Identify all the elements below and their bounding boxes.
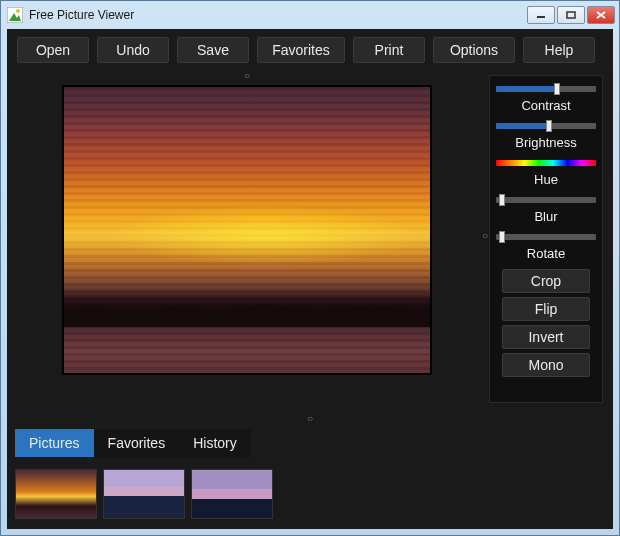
rotate-label: Rotate [496,244,596,265]
mono-button[interactable]: Mono [502,353,590,377]
client-area: Open Undo Save Favorites Print Options H… [7,29,613,529]
thumbnail[interactable] [15,469,97,519]
blur-slider[interactable] [496,193,596,205]
bottom-bar: ○ Pictures Favorites History [7,411,613,529]
tab-favorites[interactable]: Favorites [94,429,180,457]
thumbnail[interactable] [191,469,273,519]
svg-rect-4 [567,12,575,18]
crop-button[interactable]: Crop [502,269,590,293]
flip-button[interactable]: Flip [502,297,590,321]
thumbnail[interactable] [103,469,185,519]
resize-handle-side[interactable]: ○ [482,230,488,241]
invert-button[interactable]: Invert [502,325,590,349]
window-title: Free Picture Viewer [29,8,521,22]
save-button[interactable]: Save [177,37,249,63]
help-button[interactable]: Help [523,37,595,63]
bottom-tabs: Pictures Favorites History [15,429,605,457]
svg-point-2 [16,9,20,13]
window-controls [527,6,615,24]
brightness-slider[interactable] [496,119,596,131]
thumbnail-strip [15,463,605,519]
image-viewport[interactable] [62,85,432,375]
image-column: ○ [17,71,477,403]
menubar: Open Undo Save Favorites Print Options H… [7,29,613,71]
resize-handle-top[interactable]: ○ [244,71,250,81]
titlebar: Free Picture Viewer [1,1,619,29]
app-icon [7,7,23,23]
resize-handle-bottom[interactable]: ○ [15,415,605,423]
blur-label: Blur [496,207,596,228]
app-window: Free Picture Viewer Open Undo Save Favor… [0,0,620,536]
contrast-slider[interactable] [496,82,596,94]
open-button[interactable]: Open [17,37,89,63]
tab-history[interactable]: History [179,429,251,457]
contrast-label: Contrast [496,96,596,117]
options-button[interactable]: Options [433,37,515,63]
close-button[interactable] [587,6,615,24]
rotate-slider[interactable] [496,230,596,242]
hue-slider[interactable] [496,156,596,168]
favorites-button[interactable]: Favorites [257,37,345,63]
brightness-label: Brightness [496,133,596,154]
undo-button[interactable]: Undo [97,37,169,63]
minimize-button[interactable] [527,6,555,24]
hue-label: Hue [496,170,596,191]
print-button[interactable]: Print [353,37,425,63]
main-area: ○ Contrast Brightness [7,71,613,411]
maximize-button[interactable] [557,6,585,24]
tab-pictures[interactable]: Pictures [15,429,94,457]
adjustments-panel: Contrast Brightness Hue Blur ○ [489,75,603,403]
current-image [64,87,430,373]
